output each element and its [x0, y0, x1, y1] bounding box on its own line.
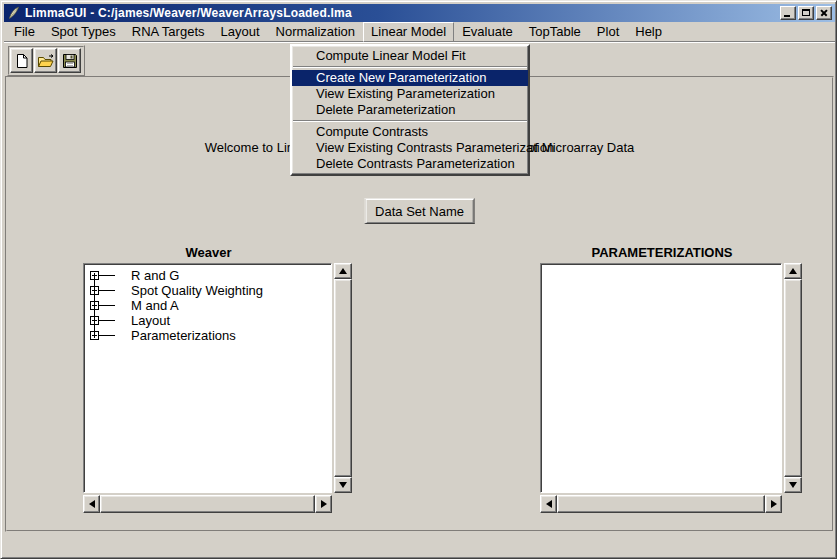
menu-item-label: Create New Parameterization — [316, 70, 487, 85]
toolbar — [7, 45, 85, 76]
menu-item-label: Compute Contrasts — [316, 124, 428, 139]
tree-item-label[interactable]: Parameterizations — [131, 328, 236, 343]
arrow-left-icon — [89, 500, 95, 508]
left-vertical-scrollbar[interactable] — [334, 263, 352, 493]
menu-item[interactable]: Delete Parameterization — [292, 102, 528, 118]
menubar-item[interactable]: Linear Model — [363, 22, 454, 42]
tree-item-label[interactable]: M and A — [131, 298, 179, 313]
tree-item[interactable]: Layout — [90, 313, 331, 328]
maximize-icon — [802, 9, 810, 16]
right-vertical-scrollbar[interactable] — [784, 263, 802, 493]
parameterizations-listbox[interactable] — [540, 263, 782, 493]
scrollbar-thumb[interactable] — [557, 495, 765, 513]
save-file-button[interactable] — [58, 48, 81, 73]
minimize-button[interactable] — [780, 6, 796, 20]
menu-item[interactable]: Delete Contrasts Parameterization — [292, 156, 528, 172]
tree-connector-line — [99, 290, 115, 291]
tree-item-label[interactable]: R and G — [131, 268, 179, 283]
menubar-item[interactable]: Evaluate — [454, 22, 521, 42]
data-set-name-button[interactable]: Data Set Name — [364, 198, 475, 224]
dataset-tree-listbox[interactable]: R and G Spot Quality Weighting M and A — [83, 263, 332, 493]
menubar-item[interactable]: TopTable — [521, 22, 589, 42]
menubar-item[interactable]: Normalization — [268, 22, 363, 42]
arrow-up-icon — [339, 268, 347, 274]
arrow-up-icon — [789, 268, 797, 274]
tree-connector-line — [99, 305, 115, 306]
tree-item[interactable]: Parameterizations — [90, 328, 331, 343]
close-button[interactable] — [816, 6, 832, 20]
menu-item[interactable]: View Existing Parameterization — [292, 86, 528, 102]
save-icon — [62, 53, 78, 69]
scroll-down-button[interactable] — [784, 477, 802, 493]
menubar-item[interactable]: Help — [627, 22, 670, 42]
scroll-up-button[interactable] — [334, 263, 352, 279]
right-horizontal-scrollbar[interactable] — [540, 495, 782, 513]
menu-item-label: Delete Contrasts Parameterization — [316, 156, 515, 171]
arrow-right-icon — [321, 500, 327, 508]
left-panel-title: Weaver — [83, 245, 334, 260]
tk-feather-icon — [7, 6, 21, 20]
menubar-item[interactable]: File — [6, 22, 43, 42]
linear-model-menu: Compute Linear Model Fit Create New Para… — [290, 44, 530, 176]
scroll-up-button[interactable] — [784, 263, 802, 279]
new-file-button[interactable] — [10, 48, 33, 73]
arrow-left-icon — [546, 500, 552, 508]
menubar-item[interactable]: Plot — [589, 22, 627, 42]
scroll-left-button[interactable] — [540, 495, 557, 513]
window-title: LimmaGUI - C:/james/Weaver/WeaverArraysL… — [25, 6, 780, 20]
tree-connector-line — [99, 320, 115, 321]
titlebar[interactable]: LimmaGUI - C:/james/Weaver/WeaverArraysL… — [4, 4, 835, 22]
minimize-icon — [784, 15, 790, 17]
tree-connector-line — [99, 335, 115, 336]
menu-item[interactable] — [293, 66, 527, 68]
tree-item-label[interactable]: Spot Quality Weighting — [131, 283, 263, 298]
open-folder-icon — [37, 53, 55, 69]
open-file-button[interactable] — [34, 48, 57, 73]
tree-connector-line — [99, 275, 115, 276]
maximize-button[interactable] — [798, 6, 814, 20]
menubar-item[interactable]: Layout — [213, 22, 268, 42]
menu-item-label: Compute Linear Model Fit — [316, 48, 466, 63]
menu-item-label: Delete Parameterization — [316, 102, 455, 117]
menu-item[interactable] — [293, 120, 527, 122]
menubar-item[interactable]: RNA Targets — [124, 22, 213, 42]
menu-item[interactable]: Compute Linear Model Fit — [292, 48, 528, 64]
scroll-down-button[interactable] — [334, 477, 352, 493]
menu-item-label: View Existing Contrasts Parameterization — [316, 140, 554, 155]
dataset-tree: R and G Spot Quality Weighting M and A — [84, 264, 331, 343]
menubar: File Spot Types RNA Targets Layout Norma… — [4, 22, 835, 42]
tree-item-label[interactable]: Layout — [131, 313, 170, 328]
tree-item[interactable]: Spot Quality Weighting — [90, 283, 331, 298]
app-window: LimmaGUI - C:/james/Weaver/WeaverArraysL… — [0, 0, 837, 559]
tree-vertical-line — [94, 275, 95, 335]
new-file-icon — [14, 53, 30, 69]
menu-item[interactable]: View Existing Contrasts Parameterization — [292, 140, 528, 156]
menu-item[interactable]: Compute Contrasts — [292, 124, 528, 140]
scrollbar-thumb[interactable] — [100, 495, 315, 513]
scroll-left-button[interactable] — [83, 495, 100, 513]
scroll-right-button[interactable] — [315, 495, 332, 513]
arrow-right-icon — [771, 500, 777, 508]
menu-item[interactable]: Create New Parameterization — [292, 70, 528, 86]
scrollbar-thumb[interactable] — [784, 279, 802, 477]
scroll-right-button[interactable] — [765, 495, 782, 513]
left-horizontal-scrollbar[interactable] — [83, 495, 332, 513]
tree-item[interactable]: M and A — [90, 298, 331, 313]
right-panel-title: PARAMETERIZATIONS — [540, 245, 784, 260]
arrow-down-icon — [789, 482, 797, 488]
menubar-item[interactable]: Spot Types — [43, 22, 124, 42]
tree-item[interactable]: R and G — [90, 268, 331, 283]
scrollbar-thumb[interactable] — [334, 279, 352, 477]
menu-item-label: View Existing Parameterization — [316, 86, 495, 101]
arrow-down-icon — [339, 482, 347, 488]
